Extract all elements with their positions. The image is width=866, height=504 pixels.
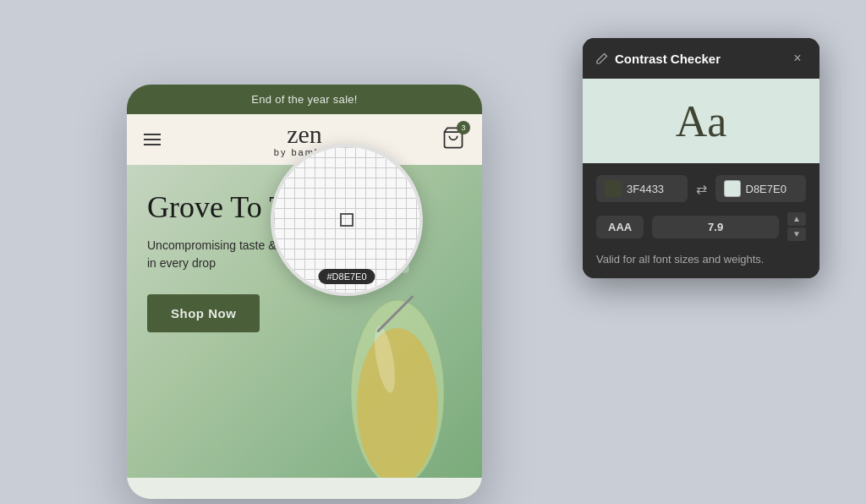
shop-now-button[interactable]: Shop Now xyxy=(147,294,260,332)
magnifier-center xyxy=(340,213,354,227)
banner-text: End of the year sale! xyxy=(251,93,358,106)
arrow-up-button[interactable]: ▲ xyxy=(787,212,806,226)
panel-body: 3F4433 ⇄ D8E7E0 AAA 7.9 ▲ ▼ Valid for al… xyxy=(583,163,819,278)
magnifier-tool: #D8E7E0 xyxy=(271,144,440,313)
color2-swatch-box[interactable]: D8E7E0 xyxy=(715,175,807,202)
preview-text: Aa xyxy=(676,96,727,146)
ratio-value: 7.9 xyxy=(652,216,779,238)
sale-banner: End of the year sale! xyxy=(127,85,482,114)
panel-header: Contrast Checker × xyxy=(583,38,819,79)
valid-text: Valid for all font sizes and weights. xyxy=(596,251,806,266)
pencil-icon xyxy=(596,52,608,64)
color2-hex: D8E7E0 xyxy=(746,183,787,195)
cart-badge: 3 xyxy=(457,121,470,134)
panel-header-left: Contrast Checker xyxy=(596,52,721,66)
panel-title: Contrast Checker xyxy=(615,52,721,66)
hamburger-menu[interactable] xyxy=(144,134,161,145)
rating-badge: AAA xyxy=(596,216,644,238)
magnifier-lens: #D8E7E0 xyxy=(271,144,423,296)
arrow-down-button[interactable]: ▼ xyxy=(787,227,806,241)
color2-swatch xyxy=(724,180,741,197)
color1-swatch xyxy=(605,180,622,197)
color-swatches-row: 3F4433 ⇄ D8E7E0 xyxy=(596,175,806,202)
color-label: #D8E7E0 xyxy=(318,269,375,284)
svg-point-4 xyxy=(357,328,438,478)
close-button[interactable]: × xyxy=(789,50,806,67)
contrast-checker-panel: Contrast Checker × Aa 3F4433 ⇄ D8E7E0 AA… xyxy=(583,38,819,278)
color1-hex: 3F4433 xyxy=(627,183,664,195)
contrast-preview: Aa xyxy=(583,79,819,163)
rating-row: AAA 7.9 ▲ ▼ xyxy=(596,212,806,241)
swap-icon[interactable]: ⇄ xyxy=(696,181,707,197)
color1-swatch-box[interactable]: 3F4433 xyxy=(596,175,688,202)
arrow-controls: ▲ ▼ xyxy=(787,212,806,241)
cart-button[interactable]: 3 xyxy=(441,126,465,153)
